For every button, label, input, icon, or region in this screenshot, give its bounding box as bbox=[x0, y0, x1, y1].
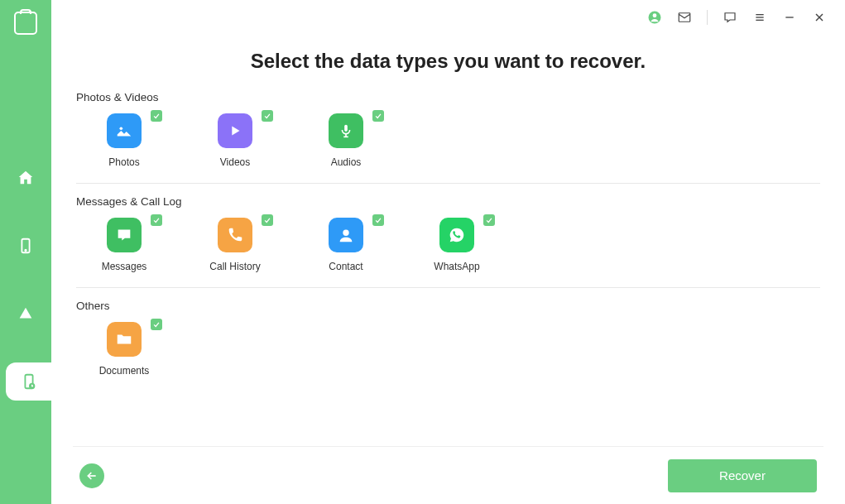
back-button[interactable] bbox=[79, 463, 104, 488]
titlebar bbox=[647, 0, 845, 35]
cloud-icon bbox=[17, 305, 35, 323]
sidebar-nav bbox=[0, 159, 51, 401]
page-title: Select the data types you want to recove… bbox=[76, 50, 820, 73]
mail-icon[interactable] bbox=[677, 10, 692, 25]
recover-button[interactable]: Recover bbox=[668, 459, 817, 492]
mic-icon bbox=[337, 122, 355, 140]
folder-icon bbox=[115, 330, 133, 348]
svg-rect-16 bbox=[344, 125, 348, 132]
svg-point-14 bbox=[120, 127, 123, 130]
sidebar-item-phone[interactable] bbox=[0, 227, 51, 265]
item-label: Photos bbox=[108, 156, 139, 168]
account-icon[interactable] bbox=[647, 10, 662, 25]
menu-icon[interactable] bbox=[752, 10, 767, 25]
checkbox-icon bbox=[151, 319, 162, 330]
recover-icon bbox=[20, 372, 38, 391]
item-call-history[interactable]: Call History bbox=[209, 218, 262, 272]
sections: Photos & Videos Photos bbox=[76, 91, 820, 446]
item-videos[interactable]: Videos bbox=[209, 113, 262, 168]
section-others: Others Documents bbox=[76, 300, 820, 391]
checkbox-icon bbox=[372, 214, 384, 226]
checkbox-icon bbox=[483, 214, 495, 226]
svg-rect-6 bbox=[679, 13, 690, 22]
arrow-left-icon bbox=[85, 469, 98, 482]
item-whatsapp[interactable]: WhatsApp bbox=[430, 218, 483, 272]
minimize-icon[interactable] bbox=[782, 10, 797, 25]
item-documents[interactable]: Documents bbox=[98, 322, 151, 377]
item-label: Call History bbox=[209, 261, 260, 272]
section-photos-videos: Photos & Videos Photos bbox=[76, 91, 820, 183]
divider bbox=[76, 183, 820, 184]
phone-device-icon bbox=[17, 237, 35, 255]
section-title: Others bbox=[76, 300, 820, 312]
main-panel: Select the data types you want to recove… bbox=[51, 0, 845, 504]
app-logo bbox=[14, 12, 37, 35]
play-icon bbox=[226, 122, 244, 140]
message-icon bbox=[115, 226, 133, 244]
chat-icon[interactable] bbox=[723, 10, 737, 25]
phone-icon bbox=[226, 226, 244, 244]
item-contact[interactable]: Contact bbox=[319, 218, 372, 272]
checkbox-icon bbox=[151, 214, 162, 226]
sidebar-item-home[interactable] bbox=[0, 159, 51, 197]
item-label: Audios bbox=[331, 156, 362, 168]
item-photos[interactable]: Photos bbox=[98, 113, 151, 168]
image-icon bbox=[115, 122, 133, 140]
checkbox-icon bbox=[262, 110, 273, 122]
home-icon bbox=[17, 169, 35, 187]
item-audios[interactable]: Audios bbox=[319, 113, 372, 168]
divider bbox=[76, 287, 820, 288]
svg-marker-15 bbox=[232, 127, 239, 136]
sidebar bbox=[0, 0, 51, 504]
item-label: Videos bbox=[220, 156, 250, 168]
whatsapp-icon bbox=[448, 226, 466, 244]
footer: Recover bbox=[73, 446, 823, 504]
item-label: Contact bbox=[329, 261, 362, 272]
item-label: Messages bbox=[102, 261, 147, 272]
svg-point-5 bbox=[653, 13, 657, 17]
contact-icon bbox=[337, 226, 355, 244]
item-label: Documents bbox=[99, 365, 150, 377]
sidebar-item-recover[interactable] bbox=[6, 362, 52, 401]
checkbox-icon bbox=[262, 214, 273, 226]
sidebar-item-cloud[interactable] bbox=[0, 295, 51, 333]
checkbox-icon bbox=[151, 110, 162, 122]
svg-point-19 bbox=[343, 230, 348, 236]
svg-point-1 bbox=[25, 250, 26, 251]
titlebar-divider bbox=[707, 10, 708, 25]
section-title: Messages & Call Log bbox=[76, 195, 820, 208]
item-messages[interactable]: Messages bbox=[98, 218, 151, 272]
item-label: WhatsApp bbox=[434, 261, 479, 272]
section-messages-call-log: Messages & Call Log Messages bbox=[76, 195, 820, 287]
section-title: Photos & Videos bbox=[76, 91, 820, 103]
checkbox-icon bbox=[372, 110, 384, 122]
close-icon[interactable] bbox=[812, 10, 827, 25]
